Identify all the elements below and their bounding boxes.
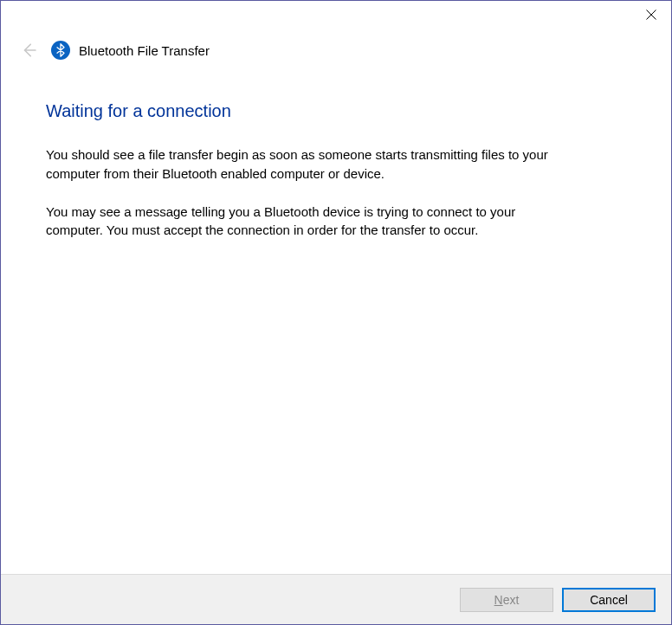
next-mnemonic: N: [494, 593, 503, 607]
wizard-title: Bluetooth File Transfer: [79, 43, 210, 58]
page-heading: Waiting for a connection: [46, 101, 626, 121]
wizard-header: Bluetooth File Transfer: [1, 34, 671, 77]
wizard-footer: Next Cancel: [1, 574, 671, 624]
next-rest: ext: [503, 593, 520, 607]
back-arrow-icon: [21, 42, 36, 58]
instruction-paragraph-2: You may see a message telling you a Blue…: [46, 203, 574, 241]
close-icon: [646, 10, 656, 20]
close-button[interactable]: [631, 1, 671, 29]
cancel-button[interactable]: Cancel: [562, 588, 656, 612]
bluetooth-icon: [51, 41, 70, 60]
wizard-window: Bluetooth File Transfer Waiting for a co…: [0, 0, 672, 625]
titlebar: [1, 1, 671, 34]
back-button: [20, 42, 37, 59]
instruction-paragraph-1: You should see a file transfer begin as …: [46, 145, 574, 184]
content-area: Waiting for a connection You should see …: [1, 77, 671, 574]
next-button: Next: [460, 588, 553, 612]
